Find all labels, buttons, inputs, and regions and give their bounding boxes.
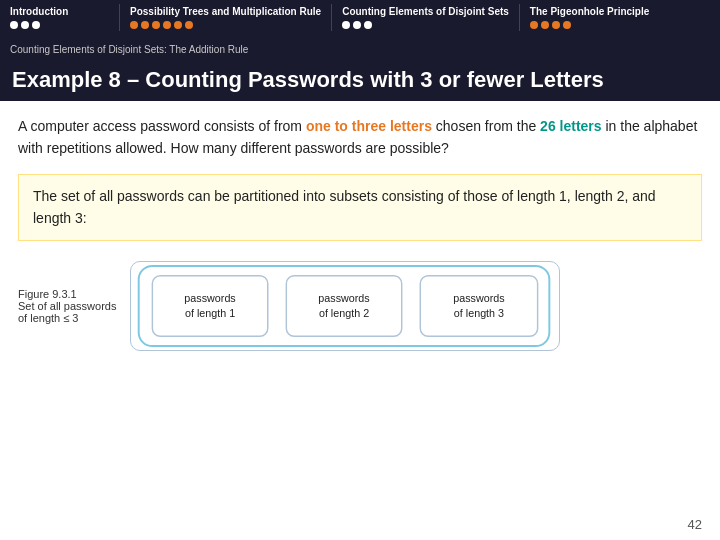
nav-dots-intro bbox=[10, 21, 109, 29]
yellow-box: The set of all passwords can be partitio… bbox=[18, 174, 702, 241]
dot bbox=[32, 21, 40, 29]
dot bbox=[141, 21, 149, 29]
figure-caption-line3: of length ≤ 3 bbox=[18, 312, 116, 324]
dot bbox=[530, 21, 538, 29]
figure-caption: Figure 9.3.1 Set of all passwords of len… bbox=[18, 288, 116, 324]
nav-section-possibility[interactable]: Possibility Trees and Multiplication Rul… bbox=[120, 4, 332, 31]
svg-text:of length 3: of length 3 bbox=[454, 306, 504, 318]
breadcrumb: Counting Elements of Disjoint Sets: The … bbox=[0, 42, 720, 59]
dot bbox=[552, 21, 560, 29]
nav-dots-counting bbox=[342, 21, 509, 29]
top-nav: Introduction Possibility Trees and Multi… bbox=[0, 0, 720, 42]
dot bbox=[21, 21, 29, 29]
svg-text:of length 2: of length 2 bbox=[319, 306, 369, 318]
diagram-svg: passwords of length 1 passwords of lengt… bbox=[130, 261, 560, 351]
svg-text:of length 1: of length 1 bbox=[185, 306, 235, 318]
nav-dots-possibility bbox=[130, 21, 321, 29]
dot bbox=[130, 21, 138, 29]
nav-section-counting[interactable]: Counting Elements of Disjoint Sets bbox=[332, 4, 520, 31]
svg-text:passwords: passwords bbox=[319, 292, 370, 304]
nav-section-intro-title: Introduction bbox=[10, 6, 109, 17]
nav-section-pigeonhole-title: The Pigeonhole Principle bbox=[530, 6, 649, 17]
page-number: 42 bbox=[688, 517, 702, 532]
main-content: A computer access password consists of f… bbox=[0, 101, 720, 361]
figure-caption-line2: Set of all passwords bbox=[18, 300, 116, 312]
dot bbox=[353, 21, 361, 29]
figure-caption-line1: Figure 9.3.1 bbox=[18, 288, 116, 300]
paragraph: A computer access password consists of f… bbox=[18, 115, 702, 160]
highlight-26-letters: 26 letters bbox=[540, 118, 601, 134]
dot bbox=[541, 21, 549, 29]
nav-dots-pigeonhole bbox=[530, 21, 649, 29]
nav-section-intro[interactable]: Introduction bbox=[0, 4, 120, 31]
section-header: Example 8 – Counting Passwords with 3 or… bbox=[0, 59, 720, 101]
dot bbox=[563, 21, 571, 29]
nav-section-counting-title: Counting Elements of Disjoint Sets bbox=[342, 6, 509, 17]
dot bbox=[185, 21, 193, 29]
dot bbox=[364, 21, 372, 29]
svg-text:passwords: passwords bbox=[454, 292, 505, 304]
svg-text:passwords: passwords bbox=[185, 292, 236, 304]
dot bbox=[152, 21, 160, 29]
nav-section-pigeonhole[interactable]: The Pigeonhole Principle bbox=[520, 4, 659, 31]
nav-section-possibility-title: Possibility Trees and Multiplication Rul… bbox=[130, 6, 321, 17]
dot bbox=[174, 21, 182, 29]
figure-section: Figure 9.3.1 Set of all passwords of len… bbox=[18, 255, 702, 351]
dot bbox=[163, 21, 171, 29]
dot bbox=[342, 21, 350, 29]
dot bbox=[10, 21, 18, 29]
highlight-one-to-three: one to three letters bbox=[306, 118, 432, 134]
